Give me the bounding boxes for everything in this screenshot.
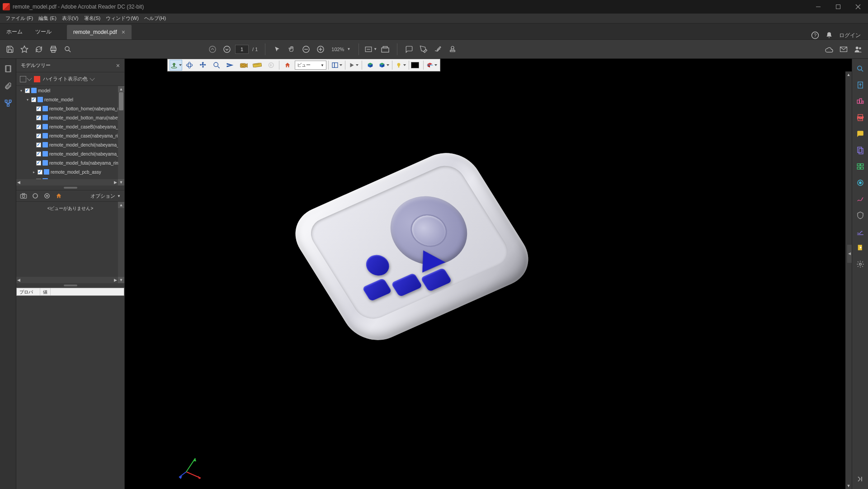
tree-leaf[interactable]: remote_model_futa(nabeyama_rimocon_ <box>16 158 124 167</box>
tree-leaf[interactable]: remote_model_denchi(nabeyama_rimoc <box>16 140 124 149</box>
model-tree-panel-button[interactable] <box>3 98 14 109</box>
toggle-tree-button[interactable] <box>330 60 343 71</box>
measure-tool-button[interactable] <box>251 60 264 71</box>
views-list[interactable]: <ビューがありません> ▲▼ ◀▶ <box>16 202 124 283</box>
camera-icon[interactable] <box>20 192 27 199</box>
spin-tool-button[interactable] <box>183 60 196 71</box>
menu-help[interactable]: ヘルプ(H) <box>142 14 169 23</box>
expand-rail-button[interactable] <box>855 474 866 484</box>
zoom-tool-button[interactable] <box>210 60 223 71</box>
attachments-panel-button[interactable] <box>3 81 14 91</box>
tree-leaf[interactable]: remote_model_denchi(nabeyama_rimoc <box>16 149 124 158</box>
menu-sign[interactable]: 署名(S) <box>81 14 104 23</box>
maximize-button[interactable] <box>828 0 848 14</box>
viewer-scrollbar[interactable]: ▲ ▼ <box>845 71 852 489</box>
thumbnails-panel-button[interactable] <box>3 63 14 74</box>
menu-file[interactable]: ファイル (F) <box>3 14 36 23</box>
tree-node[interactable]: ▾remote_model <box>16 95 124 104</box>
view-select-dropdown[interactable]: ビュー▼ <box>295 61 326 70</box>
views-scrollbar[interactable]: ▲▼ <box>118 202 124 283</box>
tree-scrollbar[interactable]: ▲ ▼ <box>118 86 124 185</box>
export-pdf-tool-icon[interactable] <box>855 80 866 90</box>
fill-sign-tool-icon[interactable] <box>855 145 866 156</box>
share-email-button[interactable] <box>837 43 850 56</box>
tab-close-icon[interactable]: × <box>122 28 125 36</box>
signature-tool-icon[interactable] <box>855 226 866 237</box>
tab-home[interactable]: ホーム <box>0 24 29 39</box>
comment-3d-button[interactable] <box>264 60 277 71</box>
page-up-button[interactable] <box>206 43 219 56</box>
render-mode-button[interactable] <box>377 60 390 71</box>
fit-width-button[interactable]: ▼ <box>364 43 377 56</box>
menu-view[interactable]: 表示(V) <box>59 14 81 23</box>
panel-splitter-2[interactable] <box>16 283 124 288</box>
zoom-level-dropdown[interactable]: 102%▼ <box>329 47 353 52</box>
tree-leaf[interactable]: remote_model_case(nabeyama_rimocon <box>16 131 124 140</box>
redact-tool-icon[interactable] <box>855 194 866 204</box>
minimize-button[interactable] <box>808 0 828 14</box>
page-down-button[interactable] <box>221 43 233 56</box>
panel-close-button[interactable]: × <box>116 62 120 69</box>
tab-document[interactable]: remote_model.pdf × <box>67 25 132 39</box>
settings-tool-icon[interactable] <box>855 259 866 270</box>
collapse-right-panel-handle[interactable]: ◀ <box>847 245 852 263</box>
comment-button[interactable] <box>403 43 415 56</box>
tab-tools[interactable]: ツール <box>29 24 58 39</box>
stamp-button[interactable] <box>446 43 459 56</box>
create-pdf-tool-icon[interactable]: PDF <box>855 112 866 123</box>
highlight-color-swatch[interactable] <box>34 76 40 82</box>
page-display-button[interactable] <box>379 43 392 56</box>
menu-window[interactable]: ウィンドウ(W) <box>103 14 142 23</box>
page-number-input[interactable] <box>235 45 249 54</box>
default-view-button[interactable] <box>281 60 294 71</box>
search-button[interactable] <box>61 43 74 56</box>
comment-tool-icon[interactable] <box>855 128 866 139</box>
edit-pdf-tool-icon[interactable] <box>855 96 866 107</box>
search-tool-icon[interactable] <box>855 63 866 74</box>
document-viewer[interactable]: ビュー▼ <box>125 59 852 489</box>
cross-section-button[interactable] <box>425 60 438 71</box>
cloud-sign-button[interactable] <box>823 43 835 56</box>
projection-button[interactable] <box>364 60 377 71</box>
camera-properties-button[interactable] <box>237 60 250 71</box>
model-tree[interactable]: ▾model ▾remote_model remote_botton_home(… <box>16 86 124 185</box>
save-button[interactable] <box>4 43 16 56</box>
properties-body[interactable] <box>16 296 124 489</box>
tree-display-dropdown[interactable] <box>20 76 31 82</box>
organize-tool-icon[interactable] <box>855 161 866 172</box>
highlight-button[interactable] <box>417 43 430 56</box>
panel-splitter[interactable] <box>16 185 124 190</box>
print-button[interactable] <box>47 43 60 56</box>
zoom-in-button[interactable] <box>314 43 327 56</box>
more-tools-icon[interactable] <box>855 242 866 253</box>
tree-leaf[interactable]: remote_botton_home(nabeyama_rimoco <box>16 104 124 113</box>
highlight-color-dropdown[interactable] <box>90 76 94 81</box>
views-options-dropdown[interactable]: オプション▼ <box>90 193 121 199</box>
circle-icon[interactable] <box>32 192 39 199</box>
play-animation-button[interactable] <box>347 60 360 71</box>
background-color-button[interactable] <box>411 62 419 68</box>
compress-tool-icon[interactable] <box>855 177 866 188</box>
sync-button[interactable] <box>33 43 45 56</box>
bell-icon[interactable] <box>826 32 833 39</box>
zoom-out-button[interactable] <box>300 43 312 56</box>
tree-leaf[interactable]: remote_model_botton_maru(nabeyama_ <box>16 113 124 122</box>
views-h-scrollbar[interactable]: ◀▶ <box>16 277 118 283</box>
tree-node[interactable]: ▸remote_model_pcb_assy <box>16 167 124 176</box>
hand-tool-button[interactable] <box>285 43 298 56</box>
close-button[interactable] <box>848 0 868 14</box>
home-view-icon[interactable] <box>55 192 62 199</box>
tree-leaf[interactable]: remote_model_caseB(nabeyama_rimoco <box>16 122 124 131</box>
protect-tool-icon[interactable] <box>855 210 866 221</box>
lighting-button[interactable] <box>394 60 407 71</box>
sign-button[interactable] <box>432 43 444 56</box>
selection-tool-button[interactable] <box>271 43 283 56</box>
tree-node-root[interactable]: ▾model <box>16 86 124 95</box>
login-link[interactable]: ログイン <box>839 32 861 39</box>
star-button[interactable] <box>18 43 31 56</box>
pan-tool-button[interactable] <box>197 60 209 71</box>
menu-edit[interactable]: 編集 (E) <box>36 14 59 23</box>
rotate-tool-button[interactable] <box>170 60 182 71</box>
fly-tool-button[interactable] <box>224 60 236 71</box>
tree-h-scrollbar[interactable]: ◀▶ <box>16 179 118 185</box>
